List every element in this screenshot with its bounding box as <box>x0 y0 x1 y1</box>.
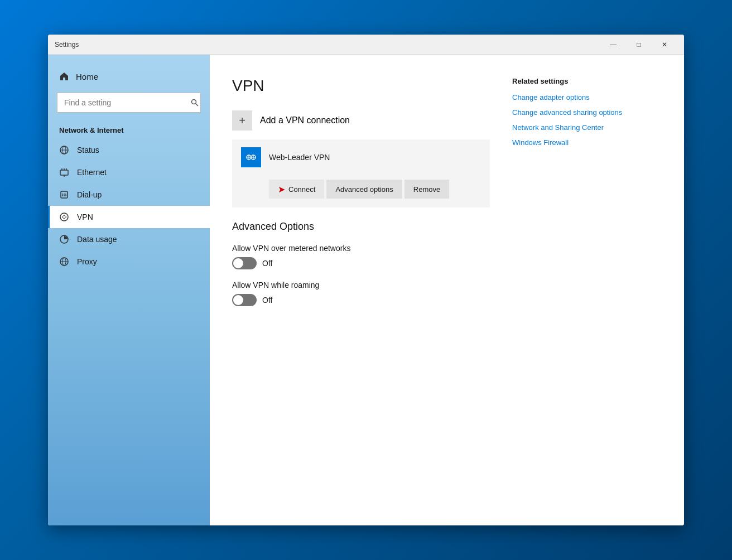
minimize-button[interactable]: — <box>600 35 626 55</box>
related-link-network-center[interactable]: Network and Sharing Center <box>512 123 657 132</box>
svg-point-13 <box>65 194 66 195</box>
svg-rect-5 <box>60 170 68 175</box>
sidebar-item-dialup[interactable]: Dial-up <box>48 184 210 206</box>
advanced-options-section: Advanced Options Allow VPN over metered … <box>232 221 490 306</box>
svg-point-11 <box>62 194 63 195</box>
sidebar-home-label: Home <box>76 72 98 81</box>
connect-button[interactable]: ➤ Connect <box>269 180 324 199</box>
settings-window: Settings — □ ✕ Home <box>48 35 684 525</box>
remove-button[interactable]: Remove <box>404 180 449 199</box>
related-link-sharing[interactable]: Change advanced sharing options <box>512 108 657 117</box>
data-usage-icon <box>59 234 69 244</box>
sidebar-item-label: Data usage <box>77 235 117 244</box>
related-settings-panel: Related settings Change adapter options … <box>512 77 657 503</box>
sidebar-item-home[interactable]: Home <box>48 66 210 87</box>
page-title: VPN <box>232 77 490 95</box>
sidebar-item-label: Proxy <box>77 257 97 266</box>
sidebar-item-label: Dial-up <box>77 190 102 199</box>
related-link-firewall[interactable]: Windows Firewall <box>512 138 657 147</box>
maximize-button[interactable]: □ <box>626 35 652 55</box>
toggle-metered-value: Off <box>262 259 272 268</box>
search-box <box>57 93 201 113</box>
vpn-icon <box>59 212 69 222</box>
toggle-row-metered: Allow VPN over metered networks Off <box>232 244 490 269</box>
svg-point-14 <box>62 195 63 196</box>
svg-point-12 <box>64 194 65 195</box>
vpn-name: Web-Leader VPN <box>269 153 330 162</box>
window-controls: — □ ✕ <box>600 35 677 55</box>
toggle-metered-control: Off <box>232 257 490 269</box>
sidebar-item-label: VPN <box>77 213 93 221</box>
home-icon <box>59 71 69 81</box>
svg-point-17 <box>60 213 68 221</box>
ethernet-icon <box>59 167 69 177</box>
sidebar-item-vpn[interactable]: VPN <box>48 206 210 228</box>
toggle-roaming-value: Off <box>262 296 272 305</box>
toggle-row-roaming: Allow VPN while roaming Off <box>232 281 490 306</box>
sidebar-item-status[interactable]: Status <box>48 139 210 161</box>
sidebar: Home Network & Internet <box>48 55 210 525</box>
search-button[interactable] <box>191 99 199 107</box>
vpn-card-header: Web-Leader VPN <box>232 139 490 175</box>
toggle-metered-label: Allow VPN over metered networks <box>232 244 490 253</box>
advanced-options-button[interactable]: Advanced options <box>326 180 402 199</box>
toggle-metered-switch[interactable] <box>232 257 257 269</box>
toggle-roaming-label: Allow VPN while roaming <box>232 281 490 289</box>
sidebar-item-data-usage[interactable]: Data usage <box>48 228 210 250</box>
content-area: Home Network & Internet <box>48 55 684 525</box>
proxy-icon <box>59 257 69 267</box>
svg-point-16 <box>65 195 66 196</box>
advanced-options-title: Advanced Options <box>232 221 490 233</box>
title-bar: Settings — □ ✕ <box>48 35 684 55</box>
add-vpn-button[interactable]: + Add a VPN connection <box>232 110 490 131</box>
window-title: Settings <box>55 41 600 49</box>
sidebar-section-label: Network & Internet <box>48 122 210 139</box>
main-left: VPN + Add a VPN connection <box>232 77 490 503</box>
connect-arrow-icon: ➤ <box>278 184 285 195</box>
add-icon: + <box>232 110 252 131</box>
status-icon <box>59 145 69 155</box>
search-input[interactable] <box>57 93 201 113</box>
close-button[interactable]: ✕ <box>652 35 677 55</box>
vpn-card-actions: ➤ Connect Advanced options Remove <box>232 175 490 207</box>
sidebar-item-label: Ethernet <box>77 168 107 177</box>
toggle-roaming-switch[interactable] <box>232 294 257 306</box>
svg-point-15 <box>64 195 65 196</box>
svg-line-1 <box>196 104 199 107</box>
related-settings-title: Related settings <box>512 77 657 85</box>
add-vpn-label: Add a VPN connection <box>260 115 350 125</box>
vpn-card: Web-Leader VPN ➤ Connect Advanced option… <box>232 139 490 207</box>
sidebar-item-proxy[interactable]: Proxy <box>48 250 210 273</box>
main-content: VPN + Add a VPN connection <box>210 55 684 525</box>
vpn-card-icon <box>241 147 261 167</box>
toggle-roaming-control: Off <box>232 294 490 306</box>
sidebar-item-label: Status <box>77 146 99 155</box>
related-link-adapter[interactable]: Change adapter options <box>512 93 657 102</box>
sidebar-item-ethernet[interactable]: Ethernet <box>48 161 210 184</box>
svg-point-0 <box>192 100 196 104</box>
dialup-icon <box>59 190 69 200</box>
